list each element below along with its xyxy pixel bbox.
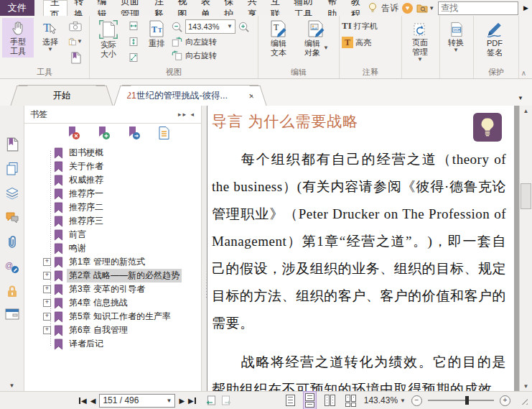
snapshot-camera-button[interactable]: [68, 19, 83, 32]
typewriter-button[interactable]: TI 打字机: [342, 20, 378, 32]
tell-me-label[interactable]: 告诉: [381, 2, 398, 14]
bookmark-item[interactable]: + 推荐序一: [24, 187, 201, 201]
zoom-in-button[interactable]: +: [500, 395, 510, 406]
bookmark-item[interactable]: + 推荐序三: [24, 214, 201, 228]
find-input[interactable]: [438, 1, 518, 15]
edit-text-button[interactable]: T 编辑文本: [261, 18, 297, 59]
expand-bookmarks-button[interactable]: [157, 126, 171, 140]
rotate-left-button[interactable]: 向左旋转: [171, 36, 250, 47]
bookmark-page-button[interactable]: [68, 51, 83, 64]
hand-tool-button[interactable]: 手型工具: [2, 18, 34, 58]
signature-panel-icon[interactable]: @: [5, 259, 19, 274]
bookmarks-panel-icon[interactable]: [5, 137, 19, 152]
goto-bookmark-button[interactable]: [126, 126, 141, 140]
next-page-button[interactable]: ▶: [179, 397, 185, 405]
bookmark-item[interactable]: + 图书梗概: [24, 146, 201, 160]
scroll-down-icon[interactable]: ▼: [520, 381, 532, 392]
close-tab-icon[interactable]: ×: [248, 91, 254, 101]
lightbulb-hint-icon[interactable]: [368, 2, 378, 14]
previous-page-button[interactable]: ◀: [90, 397, 96, 405]
ribbon-tab[interactable]: 保护: [218, 0, 241, 16]
zoom-slider[interactable]: [428, 400, 494, 401]
facing-continuous-layout-button[interactable]: [343, 392, 358, 409]
ribbon-tab[interactable]: 注释: [148, 0, 171, 16]
scrollbar-thumb[interactable]: [521, 183, 531, 209]
destinations-panel-icon[interactable]: [5, 308, 19, 320]
bookmark-item[interactable]: + 第3章 变革的引导者: [24, 282, 201, 296]
expand-toggle-icon[interactable]: +: [43, 272, 51, 280]
ribbon-tab[interactable]: 表单: [195, 0, 218, 16]
highlight-button[interactable]: T 高亮: [342, 37, 371, 48]
collapse-ribbon-button[interactable]: ∧: [521, 69, 526, 77]
layers-icon[interactable]: [5, 186, 19, 201]
tab-overflow-icon[interactable]: ▼: [518, 95, 523, 101]
ribbon-tab[interactable]: 共享: [241, 0, 264, 16]
clipboard-button[interactable]: ▼: [68, 35, 83, 48]
bookmark-item[interactable]: + 第4章 信息挑战: [24, 296, 201, 310]
page-manage-button[interactable]: 页面管理 ▼: [404, 18, 436, 63]
fit-page-button[interactable]: [126, 35, 141, 48]
rotate-right-button[interactable]: 向右旋转: [171, 50, 250, 61]
first-page-button[interactable]: ◀: [79, 397, 87, 405]
last-page-button[interactable]: ▶: [188, 397, 196, 405]
zoom-slider-thumb[interactable]: [465, 396, 469, 405]
tab-start[interactable]: 开始: [19, 85, 105, 106]
statusbar-zoom[interactable]: 143.43% ▼: [364, 395, 406, 405]
previous-view-button[interactable]: [205, 395, 217, 406]
ribbon-tab[interactable]: 转换: [67, 0, 90, 16]
zoom-level-combo[interactable]: 143.43% ▼: [185, 19, 235, 34]
panel-controls[interactable]: ▸▸ ◂: [178, 111, 195, 118]
expand-toggle-icon[interactable]: +: [43, 313, 51, 321]
bookmark-item[interactable]: + 译者后记: [24, 337, 201, 351]
search-folder-button[interactable]: ▼: [416, 4, 434, 13]
page-number-box[interactable]: 151 / 496 ▼: [99, 394, 175, 408]
ribbon-tab[interactable]: 视图: [171, 0, 194, 16]
bookmark-item[interactable]: + 第1章 管理的新范式: [24, 255, 201, 269]
continuous-layout-button[interactable]: [303, 391, 317, 409]
toolbar-overflow-icon[interactable]: ▶: [522, 4, 530, 12]
resize-grip[interactable]: [519, 396, 528, 405]
actual-size-button[interactable]: 实际大小: [92, 18, 125, 60]
page-indicator[interactable]: 151 / 496: [103, 395, 164, 405]
file-menu-button[interactable]: 文件: [0, 0, 34, 16]
expand-toggle-icon[interactable]: +: [43, 285, 51, 293]
facing-layout-button[interactable]: [322, 392, 337, 408]
expand-toggle-icon[interactable]: +: [43, 258, 51, 266]
panel-hide-icon[interactable]: ◂: [190, 111, 195, 118]
add-bookmark-button[interactable]: [96, 126, 111, 140]
bookmark-item[interactable]: + 关于作者: [24, 160, 201, 173]
next-view-button[interactable]: [220, 395, 232, 406]
pdf-sign-button[interactable]: PDF签名: [476, 18, 513, 59]
zoom-out-icon[interactable]: [171, 21, 183, 33]
ribbon-tab[interactable]: 主页: [43, 0, 67, 16]
attachments-icon[interactable]: [5, 235, 19, 249]
comments-panel-icon[interactable]: [5, 211, 19, 225]
expand-toggle-icon[interactable]: +: [43, 299, 51, 307]
fit-visible-button[interactable]: [126, 51, 141, 64]
expand-toggle-icon[interactable]: +: [43, 326, 51, 334]
ribbon-tab[interactable]: 互联: [264, 0, 287, 16]
single-page-layout-button[interactable]: [284, 392, 297, 408]
bookmark-item[interactable]: + 第2章 战略——新的必然趋势: [24, 269, 201, 282]
scroll-up-icon[interactable]: ▲: [520, 106, 532, 116]
security-lock-icon[interactable]: [5, 284, 19, 298]
ribbon-tab[interactable]: 编辑: [91, 0, 114, 16]
bookmark-item[interactable]: + 第5章 知识工作者的生产率: [24, 310, 201, 323]
panel-collapse-icon[interactable]: ▸▸: [178, 111, 187, 118]
page-thumbnails-icon[interactable]: [5, 162, 19, 176]
zoom-out-button[interactable]: −: [411, 395, 422, 406]
heart-icon[interactable]: ♥: [402, 3, 413, 14]
convert-button[interactable]: OCR 转换 ▼: [442, 18, 470, 54]
bookmark-item[interactable]: + 前言: [24, 228, 201, 242]
ribbon-tab[interactable]: 辅助工具: [288, 0, 322, 16]
bookmark-item[interactable]: + 鸣谢: [24, 242, 201, 255]
ribbon-tab[interactable]: 教程: [345, 0, 368, 16]
bookmark-item[interactable]: + 推荐序二: [24, 201, 201, 214]
pdf-page[interactable]: 导言 为什么需要战略 每个组织都有自己的经营之道（theory of the b…: [207, 106, 514, 392]
more-panels-icon[interactable]: ▼: [9, 382, 15, 389]
delete-bookmark-button[interactable]: [66, 126, 80, 140]
select-tool-button[interactable]: T 选择 ▼: [34, 18, 67, 53]
bookmark-item[interactable]: + 第6章 自我管理: [24, 323, 201, 337]
tab-document[interactable]: 21世纪的管理挑战-彼得... ×: [122, 85, 258, 106]
zoom-in-icon[interactable]: [238, 21, 250, 33]
